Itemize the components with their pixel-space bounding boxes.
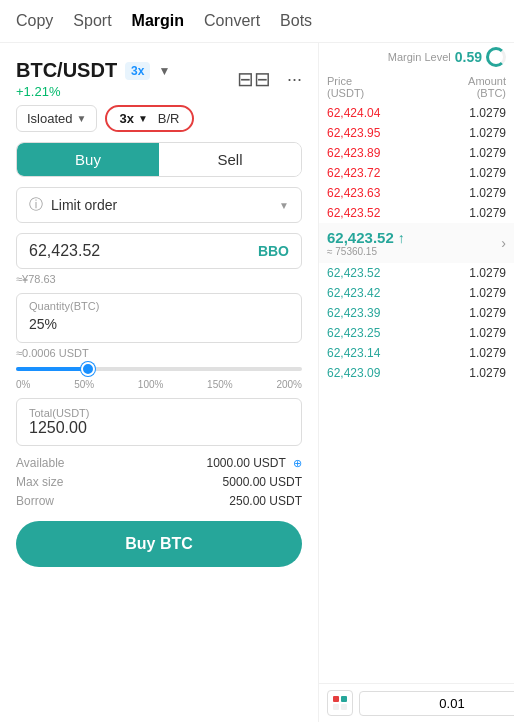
quantity-slider[interactable]: 0% 50% 100% 150% 200% (16, 367, 302, 390)
br-label: B/R (158, 111, 180, 126)
max-size-label: Max size (16, 475, 63, 489)
ask-price-1: 62,424.04 (327, 106, 380, 120)
ask-row-2[interactable]: 62,423.95 1.0279 (319, 123, 514, 143)
orderbook-headers: Price (USDT) Amount (BTC) (319, 71, 514, 103)
bid-amount-6: 1.0279 (469, 366, 506, 380)
orderbook-size-input[interactable] (359, 691, 514, 716)
quantity-group: Quantity(BTC) 25% (16, 293, 302, 343)
bid-price-4: 62,423.25 (327, 326, 380, 340)
nav-bots[interactable]: Bots (280, 8, 312, 34)
slider-track[interactable] (16, 367, 302, 371)
nav-convert[interactable]: Convert (204, 8, 260, 34)
current-price-info: 62,423.52 ↑ ≈ 75360.15 (327, 229, 405, 257)
bid-row-1[interactable]: 62,423.52 1.0279 (319, 263, 514, 283)
trading-panel: BTC/USDT 3x ▼ +1.21% ⊟⊟ ··· Isloated ▼ 3… (0, 43, 319, 722)
main-content: BTC/USDT 3x ▼ +1.21% ⊟⊟ ··· Isloated ▼ 3… (0, 43, 514, 722)
more-options-icon[interactable]: ··· (287, 69, 302, 90)
ask-price-6: 62,423.52 (327, 206, 380, 220)
svg-rect-1 (341, 696, 347, 702)
available-icon[interactable]: ⊕ (293, 457, 302, 469)
slider-fill (16, 367, 88, 371)
orderbook-panel: Margin Level 0.59 Price (USDT) Amount (B… (319, 43, 514, 722)
layout-icon-svg (332, 695, 348, 711)
slider-labels: 0% 50% 100% 150% 200% (16, 379, 302, 390)
asks-section: 62,424.04 1.0279 62,423.95 1.0279 62,423… (319, 103, 514, 223)
nav-copy[interactable]: Copy (16, 8, 53, 34)
order-type-left: ⓘ Limit order (29, 196, 117, 214)
sell-tab[interactable]: Sell (159, 143, 301, 176)
current-price-arrow: ↑ (398, 230, 405, 246)
order-type-selector[interactable]: ⓘ Limit order ▼ (16, 187, 302, 223)
svg-rect-2 (333, 704, 339, 710)
available-value: 1000.00 USDT ⊕ (206, 456, 302, 470)
amount-header: Amount (BTC) (468, 75, 506, 99)
order-type-label: Limit order (51, 197, 117, 213)
buy-button[interactable]: Buy BTC (16, 521, 302, 567)
ask-price-5: 62,423.63 (327, 186, 380, 200)
bid-amount-5: 1.0279 (469, 346, 506, 360)
chart-layout-icon[interactable]: ⊟⊟ (237, 67, 271, 91)
margin-level-row: Margin Level 0.59 (319, 43, 514, 71)
bid-row-4[interactable]: 62,423.25 1.0279 (319, 323, 514, 343)
isolated-arrow: ▼ (77, 113, 87, 124)
pair-dropdown-arrow[interactable]: ▼ (158, 64, 170, 78)
ask-amount-4: 1.0279 (469, 166, 506, 180)
price-change: +1.21% (16, 84, 170, 99)
leverage-badge[interactable]: 3x (125, 62, 150, 80)
bbo-button[interactable]: BBO (258, 243, 289, 259)
total-value[interactable]: 1250.00 (29, 419, 289, 437)
qty-label: Quantity(BTC) (29, 300, 289, 312)
slider-thumb[interactable] (81, 362, 95, 376)
leverage-selector[interactable]: 3x ▼ B/R (105, 105, 193, 132)
borrow-value: 250.00 USDT (229, 494, 302, 508)
pair-name: BTC/USDT (16, 59, 117, 82)
buy-sell-tabs: Buy Sell (16, 142, 302, 177)
trade-controls-row: Isloated ▼ 3x ▼ B/R (16, 105, 302, 132)
margin-gauge-icon (486, 47, 506, 67)
total-group: Total(USDT) 1250.00 (16, 398, 302, 446)
available-row: Available 1000.00 USDT ⊕ (16, 456, 302, 470)
borrow-row: Borrow 250.00 USDT (16, 494, 302, 508)
price-approx: ≈¥78.63 (16, 273, 302, 285)
ask-price-2: 62,423.95 (327, 126, 380, 140)
info-icon: ⓘ (29, 196, 43, 214)
expand-orderbook-icon[interactable]: › (501, 235, 506, 251)
ask-amount-6: 1.0279 (469, 206, 506, 220)
ask-row-4[interactable]: 62,423.72 1.0279 (319, 163, 514, 183)
current-price-display: 62,423.52 ↑ (327, 229, 405, 246)
ask-row-3[interactable]: 62,423.89 1.0279 (319, 143, 514, 163)
ask-amount-5: 1.0279 (469, 186, 506, 200)
bid-price-1: 62,423.52 (327, 266, 380, 280)
leverage-value: 3x (119, 111, 133, 126)
pair-info: BTC/USDT 3x ▼ +1.21% (16, 59, 170, 99)
nav-margin[interactable]: Margin (132, 8, 184, 34)
bid-amount-3: 1.0279 (469, 306, 506, 320)
ask-row-1[interactable]: 62,424.04 1.0279 (319, 103, 514, 123)
ask-row-5[interactable]: 62,423.63 1.0279 (319, 183, 514, 203)
nav-sport[interactable]: Sport (73, 8, 111, 34)
qty-value[interactable]: 25% (29, 316, 289, 332)
ask-amount-1: 1.0279 (469, 106, 506, 120)
bids-section: 62,423.52 1.0279 62,423.42 1.0279 62,423… (319, 263, 514, 683)
orderbook-layout-icon[interactable] (327, 690, 353, 716)
buy-tab[interactable]: Buy (17, 143, 159, 176)
margin-level-value: 0.59 (455, 49, 482, 65)
slider-label-2: 100% (138, 379, 164, 390)
svg-rect-0 (333, 696, 339, 702)
max-size-row: Max size 5000.00 USDT (16, 475, 302, 489)
bid-row-6[interactable]: 62,423.09 1.0279 (319, 363, 514, 383)
price-input-group[interactable]: 62,423.52 BBO (16, 233, 302, 269)
isolated-label: Isloated (27, 111, 73, 126)
ask-row-6[interactable]: 62,423.52 1.0279 (319, 203, 514, 223)
bid-row-3[interactable]: 62,423.39 1.0279 (319, 303, 514, 323)
borrow-label: Borrow (16, 494, 54, 508)
slider-label-4: 200% (276, 379, 302, 390)
ask-amount-3: 1.0279 (469, 146, 506, 160)
bid-row-2[interactable]: 62,423.42 1.0279 (319, 283, 514, 303)
svg-rect-3 (341, 704, 347, 710)
total-label: Total(USDT) (29, 407, 289, 419)
ask-amount-2: 1.0279 (469, 126, 506, 140)
bid-row-5[interactable]: 62,423.14 1.0279 (319, 343, 514, 363)
isolated-selector[interactable]: Isloated ▼ (16, 105, 97, 132)
ask-price-4: 62,423.72 (327, 166, 380, 180)
